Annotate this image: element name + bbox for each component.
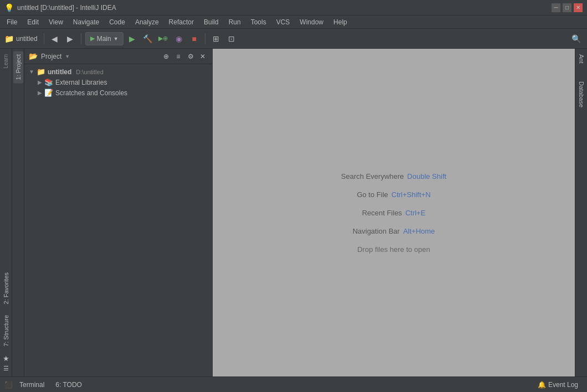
search-everywhere-button[interactable]: 🔍: [569, 32, 583, 45]
hint-goto-key: Ctrl+Shift+N: [392, 190, 431, 199]
hint-nav-static: Navigation Bar: [353, 227, 400, 235]
expand-arrow: ▼: [29, 69, 34, 75]
sidebar-tab-database[interactable]: Database: [576, 78, 586, 111]
close-panel-button[interactable]: ✕: [198, 51, 208, 61]
hint-nav-key: Alt+Home: [403, 227, 435, 235]
toolbar-right: 🔍: [569, 32, 583, 45]
main-area: Learn 2: Favorites 7: Structure ★ ☰ 1: P…: [0, 49, 587, 376]
run-config-label: Main: [97, 35, 111, 43]
project-tree: ▼ 📁 untitled D:\untitled ▶ 📚 External Li…: [24, 64, 212, 376]
tree-path-untitled: D:\untitled: [76, 69, 104, 75]
title-bar-left: 💡 untitled [D:\untitled] - IntelliJ IDEA: [4, 3, 116, 12]
run-with-coverage-button[interactable]: ▶⊕: [157, 32, 170, 45]
tree-label-scratches: Scratches and Consoles: [55, 89, 127, 97]
window-title: untitled [D:\untitled] - IntelliJ IDEA: [17, 4, 116, 12]
tree-item-untitled[interactable]: ▼ 📁 untitled D:\untitled: [24, 66, 212, 77]
tree-label-external-libs: External Libraries: [55, 79, 107, 86]
expand-arrow-libs: ▶: [38, 79, 42, 85]
hint-recent-key: Ctrl+E: [405, 209, 425, 217]
minimize-button[interactable]: ─: [552, 3, 560, 12]
back-button[interactable]: ◀: [48, 32, 61, 45]
menu-tools[interactable]: Tools: [246, 17, 271, 27]
run-config-dropdown-icon: ▼: [114, 36, 119, 42]
event-log-label: Event Log: [548, 381, 578, 389]
sidebar-tab-project[interactable]: 1: Project: [13, 51, 23, 83]
forward-button[interactable]: ▶: [64, 32, 77, 45]
bottom-tab-todo[interactable]: 6: TODO: [51, 380, 86, 390]
terminal-icon: ⬛: [4, 381, 13, 389]
tree-item-scratches[interactable]: ▶ 📝 Scratches and Consoles: [24, 87, 212, 98]
hint-search-everywhere: Search Everywhere Double Shift: [341, 172, 446, 180]
menu-run[interactable]: Run: [224, 17, 245, 27]
run-config-icon: ▶: [90, 35, 95, 42]
menu-vcs[interactable]: VCS: [272, 17, 295, 27]
bottom-tabs: ⬛ Terminal 6: TODO: [4, 380, 86, 390]
profile-button[interactable]: ◉: [172, 32, 186, 45]
toolbar-sep-2: [81, 33, 81, 44]
hint-nav-bar: Navigation Bar Alt+Home: [353, 227, 435, 235]
run-button[interactable]: ▶: [126, 32, 139, 45]
right-sidebar: Ant Database: [575, 49, 587, 376]
maximize-button[interactable]: □: [563, 3, 571, 12]
event-log-icon: 🔔: [538, 381, 546, 389]
project-folder-icon: 📁: [37, 68, 45, 76]
expand-arrow-scratches: ▶: [38, 90, 42, 96]
sidebar-item-learn[interactable]: Learn: [1, 51, 11, 72]
tree-item-external-libs[interactable]: ▶ 📚 External Libraries: [24, 77, 212, 87]
left-sidebar-tab-strip: 1: Project: [12, 49, 24, 376]
hint-search-static: Search Everywhere: [341, 172, 404, 180]
collapse-all-button[interactable]: ≡: [173, 51, 183, 61]
folder-icon: 📂: [29, 52, 38, 60]
toolbar: 📁 untitled ◀ ▶ ▶ Main ▼ ▶ 🔨 ▶⊕ ◉ ■ ⊞ ⊡ 🔍: [0, 29, 587, 49]
scratch-icon: 📝: [44, 89, 53, 97]
build-button[interactable]: 🔨: [141, 32, 155, 45]
sidebar-tab-ant[interactable]: Ant: [576, 51, 586, 67]
project-panel-dropdown-icon[interactable]: ▼: [65, 54, 70, 59]
event-log-button[interactable]: 🔔 Event Log: [533, 380, 583, 390]
bottom-right-area: 🔔 Event Log: [533, 380, 583, 390]
hint-search-key: Double Shift: [407, 172, 446, 180]
menu-window[interactable]: Window: [295, 17, 328, 27]
run-configuration[interactable]: ▶ Main ▼: [85, 32, 123, 45]
menu-file[interactable]: File: [2, 17, 22, 27]
menu-bar: File Edit View Navigate Code Analyze Ref…: [0, 16, 587, 29]
hint-recent-files: Recent Files Ctrl+E: [362, 209, 426, 217]
hint-goto-static: Go to File: [357, 190, 388, 199]
editor-area: Search Everywhere Double Shift Go to Fil…: [213, 49, 575, 376]
menu-analyze[interactable]: Analyze: [131, 17, 163, 27]
structure-icon: ☰: [3, 365, 9, 372]
tree-label-untitled: untitled: [48, 68, 71, 76]
hint-goto-file: Go to File Ctrl+Shift+N: [357, 190, 430, 199]
toolbar-sep-3: [205, 33, 205, 44]
close-button[interactable]: ✕: [574, 3, 583, 12]
gear-button[interactable]: ⚙: [186, 51, 195, 61]
project-panel: 📂 Project ▼ ⊕ ≡ ⚙ ✕ ▼ 📁 untitled D:\unti…: [24, 49, 213, 376]
layout-button[interactable]: ⊞: [209, 32, 223, 45]
project-panel-title: Project: [41, 53, 61, 60]
sidebar-item-favorites[interactable]: 2: Favorites: [1, 269, 11, 307]
app-icon: 💡: [4, 3, 14, 12]
restore-layout-button[interactable]: ⊡: [225, 32, 238, 45]
menu-help[interactable]: Help: [329, 17, 352, 27]
menu-refactor[interactable]: Refactor: [164, 17, 198, 27]
library-icon: 📚: [44, 78, 53, 86]
menu-code[interactable]: Code: [105, 17, 130, 27]
title-bar: 💡 untitled [D:\untitled] - IntelliJ IDEA…: [0, 0, 587, 16]
toolbar-sep-1: [44, 33, 44, 44]
project-panel-header: 📂 Project ▼ ⊕ ≡ ⚙ ✕: [24, 49, 212, 64]
menu-build[interactable]: Build: [199, 17, 223, 27]
menu-edit[interactable]: Edit: [23, 17, 43, 27]
bottom-tab-terminal[interactable]: Terminal: [15, 380, 49, 390]
sidebar-item-structure[interactable]: 7: Structure: [1, 312, 11, 350]
stop-button[interactable]: ■: [188, 32, 201, 45]
project-panel-actions: ⊕ ≡ ⚙ ✕: [161, 51, 208, 61]
window-controls[interactable]: ─ □ ✕: [552, 3, 583, 12]
locate-file-button[interactable]: ⊕: [161, 51, 171, 61]
project-panel-title-area: 📂 Project ▼: [29, 52, 70, 60]
drop-files-hint: Drop files here to open: [357, 245, 430, 254]
menu-view[interactable]: View: [44, 17, 68, 27]
menu-navigate[interactable]: Navigate: [69, 17, 104, 27]
hint-recent-static: Recent Files: [362, 209, 402, 217]
project-icon: 📁: [4, 34, 14, 43]
bookmark-icon: ★: [3, 354, 9, 363]
